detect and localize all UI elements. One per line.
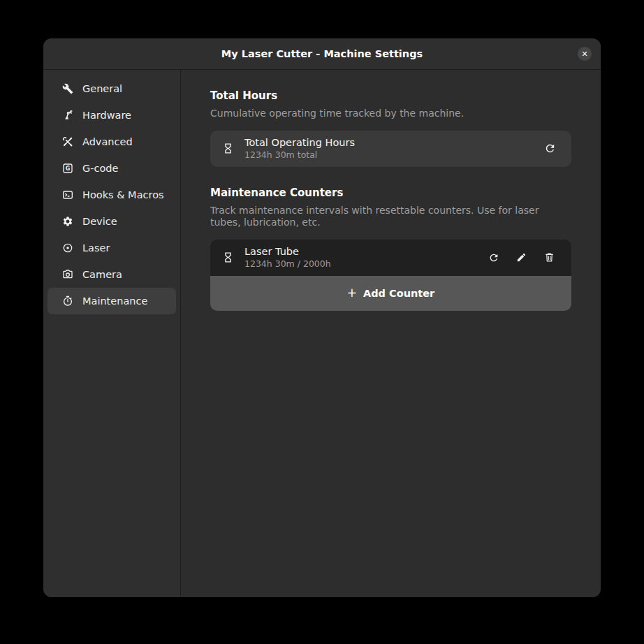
- sidebar-item-label: G-code: [82, 163, 118, 174]
- sidebar-item-device[interactable]: Device: [47, 208, 176, 235]
- counter-actions: [492, 251, 560, 265]
- refresh-icon: [543, 142, 558, 154]
- total-hours-section: Total Hours Cumulative operating time tr…: [210, 89, 571, 167]
- row-subtitle: 1234h 30m total: [244, 149, 549, 161]
- sidebar-item-label: General: [82, 83, 122, 94]
- sidebar-item-hardware[interactable]: Hardware: [47, 102, 176, 129]
- counter-subtitle: 1234h 30m / 2000h: [244, 258, 492, 270]
- stopwatch-icon: [62, 295, 73, 307]
- plus-icon: +: [347, 287, 357, 299]
- maintenance-counters-section: Maintenance Counters Track maintenance i…: [210, 186, 571, 311]
- counter-card: Laser Tube 1234h 30m / 2000h: [210, 240, 571, 311]
- pencil-icon: [514, 252, 529, 263]
- sidebar: General Hardware: [43, 70, 181, 597]
- sidebar-item-general[interactable]: General: [47, 75, 176, 102]
- sidebar-item-label: Advanced: [82, 136, 133, 147]
- machine-settings-dialog: My Laser Cutter - Machine Settings ✕ Gen…: [43, 38, 601, 597]
- row-title: Total Operating Hours: [244, 136, 549, 149]
- robot-arm-icon: [62, 110, 73, 121]
- headerbar: My Laser Cutter - Machine Settings ✕: [43, 38, 601, 70]
- row-text: Total Operating Hours 1234h 30m total: [244, 136, 549, 161]
- row-text: Laser Tube 1234h 30m / 2000h: [244, 245, 492, 270]
- maintenance-counters-heading: Maintenance Counters: [210, 186, 571, 199]
- sidebar-item-gcode[interactable]: G G-code: [47, 155, 176, 182]
- counter-row-laser-tube: Laser Tube 1234h 30m / 2000h: [210, 240, 571, 276]
- sidebar-item-label: Maintenance: [82, 295, 147, 307]
- sidebar-item-label: Camera: [82, 269, 122, 280]
- sidebar-item-hooks-macros[interactable]: Hooks & Macros: [47, 182, 176, 208]
- window-title: My Laser Cutter - Machine Settings: [221, 48, 423, 59]
- total-hours-heading: Total Hours: [210, 89, 571, 102]
- total-hours-description: Cumulative operating time tracked by the…: [210, 108, 559, 120]
- add-counter-button[interactable]: + Add Counter: [210, 276, 571, 311]
- trash-icon: [542, 252, 557, 263]
- svg-text:G: G: [66, 166, 71, 172]
- hourglass-icon: [220, 251, 235, 263]
- sidebar-item-camera[interactable]: Camera: [47, 261, 176, 288]
- gcode-icon: G: [62, 163, 73, 174]
- edit-counter-button[interactable]: [520, 251, 532, 265]
- camera-icon: [62, 269, 73, 280]
- reset-counter-button[interactable]: [492, 251, 504, 265]
- close-icon: ✕: [581, 50, 587, 58]
- settings-content: Total Hours Cumulative operating time tr…: [181, 70, 601, 597]
- laser-dot-icon: [62, 242, 73, 254]
- sidebar-item-advanced[interactable]: Advanced: [47, 129, 176, 155]
- sidebar-item-label: Hardware: [82, 110, 131, 121]
- terminal-icon: [62, 189, 73, 200]
- refresh-icon: [486, 252, 502, 263]
- add-counter-label: Add Counter: [363, 288, 434, 299]
- window-body: General Hardware: [43, 70, 601, 597]
- hourglass-icon: [220, 142, 235, 154]
- sidebar-item-label: Hooks & Macros: [82, 189, 164, 200]
- counter-title: Laser Tube: [244, 245, 492, 258]
- sidebar-item-label: Laser: [82, 242, 110, 254]
- sidebar-item-laser[interactable]: Laser: [47, 235, 176, 261]
- delete-counter-button[interactable]: [548, 251, 559, 265]
- reset-total-hours-button[interactable]: [549, 142, 560, 156]
- maintenance-counters-description: Track maintenance intervals with resetta…: [210, 205, 559, 229]
- sidebar-item-label: Device: [82, 216, 117, 227]
- gear-icon: [62, 216, 73, 227]
- wrench-icon: [62, 83, 73, 94]
- sidebar-item-maintenance[interactable]: Maintenance: [47, 288, 176, 314]
- total-operating-hours-row: Total Operating Hours 1234h 30m total: [210, 131, 571, 167]
- crossed-tools-icon: [62, 136, 73, 147]
- close-button[interactable]: ✕: [578, 47, 592, 61]
